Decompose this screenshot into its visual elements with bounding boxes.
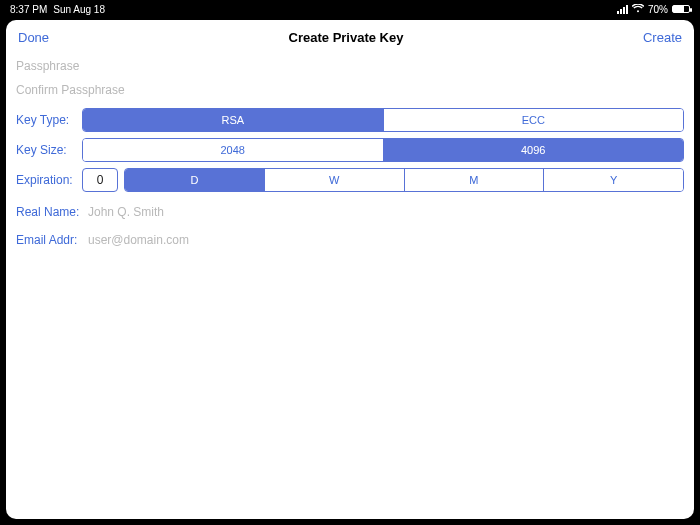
key-type-rsa[interactable]: RSA	[83, 109, 383, 131]
expiration-label: Expiration:	[16, 173, 76, 187]
battery-percent: 70%	[648, 4, 668, 15]
key-size-4096[interactable]: 4096	[383, 139, 684, 161]
key-type-ecc[interactable]: ECC	[383, 109, 684, 131]
key-size-label: Key Size:	[16, 143, 76, 157]
expiration-unit-w[interactable]: W	[264, 169, 404, 191]
passphrase-input[interactable]	[16, 54, 684, 78]
navbar: Done Create Private Key Create	[6, 20, 694, 54]
expiration-unit-y[interactable]: Y	[543, 169, 683, 191]
expiration-value-input[interactable]	[82, 168, 118, 192]
key-size-segmented: 2048 4096	[82, 138, 684, 162]
create-button[interactable]: Create	[643, 30, 682, 45]
battery-icon	[672, 5, 690, 13]
real-name-row: Real Name:	[16, 202, 684, 222]
key-type-segmented: RSA ECC	[82, 108, 684, 132]
expiration-row: Expiration: D W M Y	[16, 168, 684, 192]
modal-sheet: Done Create Private Key Create Key Type:…	[6, 20, 694, 519]
email-input[interactable]	[88, 230, 684, 250]
wifi-icon	[632, 4, 644, 15]
key-type-row: Key Type: RSA ECC	[16, 108, 684, 132]
status-bar: 8:37 PM Sun Aug 18 70%	[0, 0, 700, 18]
key-type-label: Key Type:	[16, 113, 76, 127]
expiration-unit-d[interactable]: D	[125, 169, 264, 191]
form-content: Key Type: RSA ECC Key Size: 2048 4096 Ex…	[6, 54, 694, 250]
expiration-unit-segmented: D W M Y	[124, 168, 684, 192]
key-size-row: Key Size: 2048 4096	[16, 138, 684, 162]
real-name-label: Real Name:	[16, 205, 82, 219]
cellular-icon	[617, 5, 628, 14]
status-date: Sun Aug 18	[53, 4, 105, 15]
email-row: Email Addr:	[16, 230, 684, 250]
expiration-unit-m[interactable]: M	[404, 169, 544, 191]
key-size-2048[interactable]: 2048	[83, 139, 383, 161]
confirm-passphrase-input[interactable]	[16, 78, 684, 102]
done-button[interactable]: Done	[18, 30, 49, 45]
page-title: Create Private Key	[49, 30, 643, 45]
status-time: 8:37 PM	[10, 4, 47, 15]
real-name-input[interactable]	[88, 202, 684, 222]
email-label: Email Addr:	[16, 233, 82, 247]
